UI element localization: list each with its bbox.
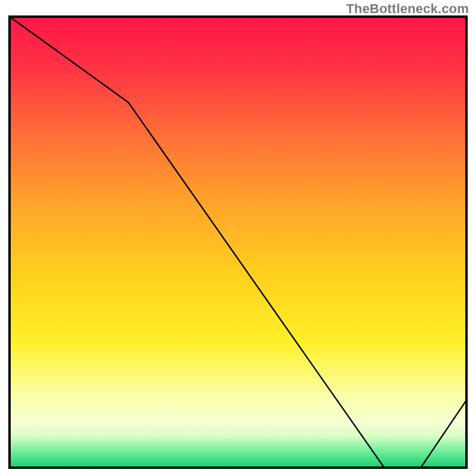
bottleneck-chart xyxy=(0,0,476,476)
plot-background xyxy=(10,17,466,468)
chart-container: TheBottleneck.com xyxy=(0,0,476,476)
